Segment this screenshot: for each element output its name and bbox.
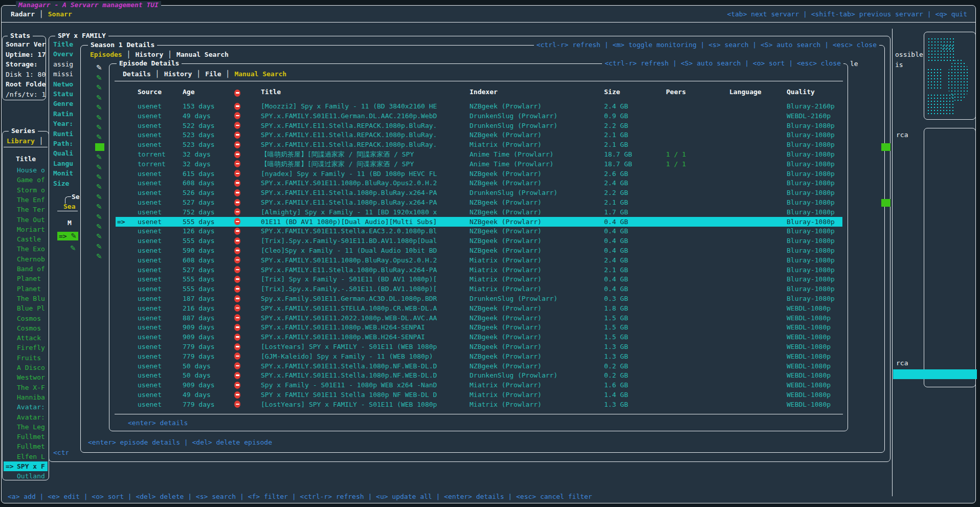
release-row[interactable]: usenet50 daysSPY.x.FAMILY.S01E11.Stella.…	[116, 370, 842, 380]
cell-source: usenet	[138, 246, 162, 255]
series-list-item[interactable]: The X-F	[4, 383, 48, 392]
release-row[interactable]: usenet555 days[Trix].Spy.x.Family-S01E11…	[116, 236, 842, 246]
release-row[interactable]: usenet608 daysSPY.x.FAMILY.S01E11.1080p.…	[116, 178, 842, 188]
series-list-item[interactable]: Cosmos	[4, 323, 48, 333]
release-row[interactable]: =>usenet555 days01E11 (BD AV1 1080p)[Dua…	[116, 217, 842, 227]
release-row[interactable]: usenet216 daysSPY.x.FAMILY.S01E11.STELLA…	[116, 303, 842, 313]
release-row[interactable]: usenet50 daysSPY.x.FAMILY.S01E11.Stella.…	[116, 361, 842, 371]
tab-manual-search[interactable]: Manual Search	[176, 51, 229, 58]
release-row[interactable]: usenet187 daysSpy.x.Family.S01E11.German…	[116, 294, 842, 303]
series-list-item[interactable]: Moriart	[4, 225, 48, 234]
cell-size: 1.7 GB	[604, 207, 628, 217]
series-list-item[interactable]: Band of	[4, 264, 48, 274]
tab-radarr[interactable]: Radarr	[11, 10, 35, 18]
release-row[interactable]: usenet752 days[Almighty] Spy x Family - …	[116, 207, 842, 217]
tab-file[interactable]: File	[205, 70, 221, 78]
series-list-item[interactable]: House o	[4, 165, 48, 175]
series-list-item[interactable]: Castle	[4, 234, 48, 244]
series-list-item[interactable]: Avatar:	[4, 402, 48, 412]
series-list-item[interactable]: The Exo	[4, 244, 48, 254]
series-field-year: Year:	[53, 120, 73, 127]
selection-marker: =>	[117, 217, 125, 227]
rejected-icon	[234, 295, 240, 302]
series-list-item[interactable]: The Enf	[4, 195, 48, 205]
series-list-item[interactable]: Attack	[4, 333, 48, 343]
tab-library[interactable]: Library	[7, 137, 35, 145]
seasons-tab-fragment[interactable]: Sea	[63, 203, 75, 210]
rejected-icon	[234, 131, 240, 139]
series-list-item[interactable]: The Blu	[4, 294, 48, 303]
series-list-item[interactable]: The Ter	[4, 205, 48, 214]
cell-indexer: NZBgeek (Prowlarr)	[470, 169, 542, 179]
release-row[interactable]: usenet523 daysSPY.x.FAMILY.E11.Stella.RE…	[116, 140, 842, 149]
series-list-item[interactable]: Outland	[4, 471, 48, 481]
series-list-item[interactable]: Fruits	[4, 353, 48, 363]
tab-episodes[interactable]: Episodes	[90, 51, 122, 58]
release-row[interactable]: usenet909 daysSPY.x.FAMILY.S01E11.1080p.…	[116, 332, 842, 342]
cell-title: [LostYears] SPY x FAMILY - S01E11 (WEB 1…	[261, 400, 466, 409]
release-row[interactable]: usenet126 daysSPY.X.FAMILY.S01E11.Stella…	[116, 226, 842, 236]
seasons-selected-row-fragment[interactable]: =>✎	[57, 232, 78, 240]
episode-details-keybindings: <ctrl-r> refresh | <S> auto search | <o>…	[602, 59, 843, 67]
release-row[interactable]: usenet527 daysSPY.x.FAMILY.E11.Stella.10…	[116, 265, 842, 275]
release-row[interactable]: usenet49 daysSPY.x.FAMILY.S01E11.German.…	[116, 111, 842, 121]
series-list-item[interactable]: A Disco	[4, 363, 48, 372]
release-row[interactable]: usenet590 days[Cleo]Spy x Family - 11 (D…	[116, 246, 842, 255]
series-list-item[interactable]: Game of	[4, 175, 48, 185]
series-list-item[interactable]: Fullmet	[4, 432, 48, 442]
series-list-item[interactable]: The Out	[4, 215, 48, 225]
release-row[interactable]: usenet523 daysSPY.x.FAMILY.E11.Stella.RE…	[116, 130, 842, 140]
release-row[interactable]: usenet608 daysSPY.x.FAMILY.S01E11.1080p.…	[116, 255, 842, 265]
release-row[interactable]: torrent32 days【喵萌奶茶屋】[間諜過家家 / 間諜家家酒 / SP…	[116, 149, 842, 159]
series-list-item[interactable]: The Leg	[4, 422, 48, 432]
series-list-item[interactable]: Blue Pl	[4, 303, 48, 313]
release-row[interactable]: usenet555 days[Trix].Spy.x.Family.-.S01E…	[116, 284, 842, 294]
tab-details[interactable]: Details	[123, 70, 151, 78]
series-list-item[interactable]: Fullmet	[4, 442, 48, 451]
series-list-item[interactable]: Planet	[4, 274, 48, 283]
series-list-item[interactable]: =>SPY x F	[4, 461, 48, 471]
tab-manual-search[interactable]: Manual Search	[234, 70, 286, 78]
rejected-icon	[234, 228, 240, 235]
cell-quality: WEBDL-1080p	[787, 370, 831, 380]
cell-title: SPY.x.FAMILY.S01E11.1080p.WEB.H264-SENPA…	[261, 322, 466, 332]
series-title: Chernob	[4, 255, 45, 263]
tab-history[interactable]: History	[164, 70, 192, 78]
release-row[interactable]: usenet779 days[GJM-Kaleido] Spy x Family…	[116, 351, 842, 361]
cell-source: usenet	[138, 332, 162, 342]
series-list-item[interactable]: Firefly	[4, 343, 48, 352]
tab-sonarr[interactable]: Sonarr	[48, 10, 72, 18]
release-row[interactable]: usenet153 days[Moozzi2] Spy x Family - 1…	[116, 101, 842, 111]
series-list-item[interactable]: Storm o	[4, 185, 48, 195]
cell-indexer: NZBgeek (Prowlarr)	[470, 303, 542, 313]
release-row[interactable]: usenet887 daysSPY.x.FAMILY.S01E11.2022.1…	[116, 313, 842, 323]
series-field-title: Title	[53, 40, 73, 48]
release-row[interactable]: usenet909 daysSPY.x.FAMILY.S01E11.1080p.…	[116, 322, 842, 332]
release-row[interactable]: usenet527 daysSPY.x.FAMILY.E11.Stella.10…	[116, 197, 842, 207]
series-list-item[interactable]: Westwor	[4, 372, 48, 382]
release-row[interactable]: usenet49 daysSPY x FAMILY S01E11 Stella …	[116, 390, 842, 400]
series-list-item[interactable]: Elfen L	[4, 452, 48, 461]
release-row[interactable]: usenet615 days[nyadex] Spy x Family - 11…	[116, 169, 842, 179]
release-row[interactable]: usenet779 days[LostYears] SPY x FAMILY -…	[116, 400, 842, 409]
release-row[interactable]: usenet526 daysSPY.x.FAMILY.E11.Stella.10…	[116, 188, 842, 197]
cell-source: usenet	[138, 370, 162, 380]
release-row[interactable]: usenet779 days[LostYears] SPY x FAMILY -…	[116, 342, 842, 351]
release-row[interactable]: usenet909 daysSpy x Family - S01E11 - 10…	[116, 380, 842, 390]
library-tab-row: Library│	[7, 137, 48, 145]
series-list-item[interactable]: Chernob	[4, 254, 48, 264]
release-row[interactable]: torrent32 days【喵萌奶茶屋】[间谍过家家 / 间谍家家酒 / SP…	[116, 159, 842, 169]
series-list-item[interactable]: Avatar:	[4, 412, 48, 422]
cell-source: usenet	[138, 361, 162, 371]
series-list-item[interactable]: Hanniba	[4, 392, 48, 402]
series-title: Westwor	[4, 373, 45, 381]
release-row[interactable]: usenet522 daysSPY.x.FAMILY.E11.Stella.RE…	[116, 121, 842, 130]
tab-history[interactable]: History	[135, 51, 163, 58]
monitored-icon: ✎	[96, 183, 102, 190]
cell-source: usenet	[138, 342, 162, 351]
tab-separator: │	[192, 70, 205, 78]
rejected-icon	[234, 208, 240, 215]
series-list-item[interactable]: Cosmos	[4, 314, 48, 323]
series-list-item[interactable]: Planet	[4, 284, 48, 294]
release-row[interactable]: usenet555 days[Trix] Spy x Family - S01E…	[116, 274, 842, 284]
